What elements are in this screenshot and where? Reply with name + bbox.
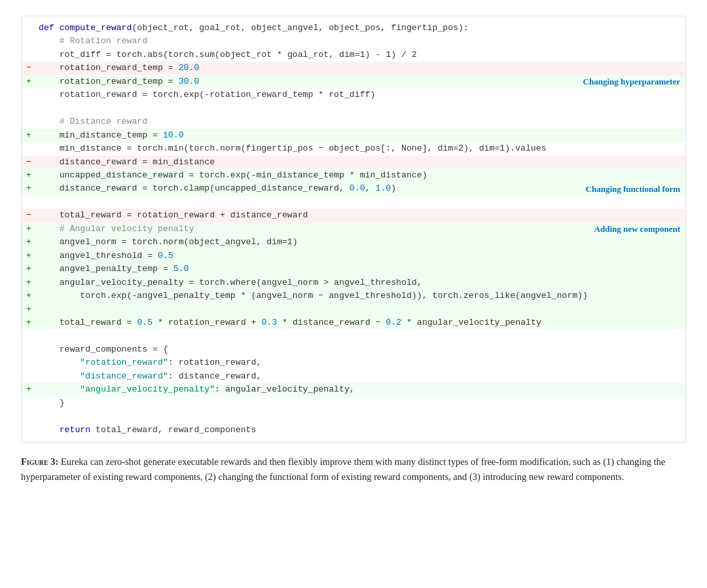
diff-marker: + xyxy=(22,75,36,88)
diff-marker: − xyxy=(22,209,36,222)
code-line: "rotation_reward": rotation_reward, xyxy=(22,356,685,369)
code-line: } xyxy=(22,397,685,410)
code-content: angvel_threshold = 0.5 xyxy=(36,249,685,263)
code-line: rotation_reward = torch.exp(-rotation_re… xyxy=(22,88,685,101)
diff-marker xyxy=(22,48,36,62)
code-line: + rotation_reward_temp = 30.0Changing hy… xyxy=(22,75,685,88)
diff-marker xyxy=(22,22,36,35)
code-content: # Distance reward xyxy=(36,115,685,128)
diff-marker: + xyxy=(22,182,36,195)
annotation-label: Adding new component xyxy=(594,223,680,236)
diff-marker: + xyxy=(22,129,36,142)
code-line: + total_reward = 0.5 * rotation_reward +… xyxy=(22,316,685,329)
code-content: uncapped_distance_reward = torch.exp(-mi… xyxy=(36,169,685,182)
code-content: # Rotation reward xyxy=(36,35,685,48)
annotation-label: Changing functional form xyxy=(586,183,680,196)
diff-marker: + xyxy=(22,276,36,289)
code-line: − total_reward = rotation_reward + dista… xyxy=(22,209,685,222)
caption-label: Figure 3: xyxy=(21,456,58,467)
code-line: − rotation_reward_temp = 20.0 xyxy=(22,62,685,75)
code-line: + angvel_threshold = 0.5 xyxy=(22,249,685,263)
code-content: rotation_reward = torch.exp(-rotation_re… xyxy=(36,88,685,101)
code-line: + angvel_norm = torch.norm(object_angvel… xyxy=(22,236,685,249)
code-line: def compute_reward(object_rot, goal_rot,… xyxy=(22,22,685,35)
diff-marker: + xyxy=(22,223,36,236)
code-content: "distance_reward": distance_reward, xyxy=(36,370,685,383)
code-content: angvel_norm = torch.norm(object_angvel, … xyxy=(36,236,685,249)
code-content: rot_diff = torch.abs(torch.sum(object_ro… xyxy=(36,48,685,62)
code-line: + angvel_penalty_temp = 5.0 xyxy=(22,263,685,276)
code-content: "angular_velocity_penalty": angular_velo… xyxy=(36,383,685,396)
code-content: def compute_reward(object_rot, goal_rot,… xyxy=(36,22,685,35)
code-line: + uncapped_distance_reward = torch.exp(-… xyxy=(22,169,685,182)
diff-marker: − xyxy=(22,62,36,75)
diff-marker: + xyxy=(22,249,36,263)
diff-marker xyxy=(22,424,36,437)
code-line: reward_components = { xyxy=(22,343,685,356)
code-content xyxy=(36,303,685,316)
diff-marker xyxy=(22,115,36,128)
code-content: distance_reward = min_distance xyxy=(36,156,685,169)
diff-marker xyxy=(22,356,36,369)
diff-marker xyxy=(22,397,36,410)
code-block: def compute_reward(object_rot, goal_rot,… xyxy=(21,16,686,443)
figure-caption: Figure 3: Eureka can zero-shot generate … xyxy=(21,454,686,485)
code-line: + xyxy=(22,303,685,316)
code-line-empty xyxy=(22,410,685,423)
code-content: rotation_reward_temp = 20.0 xyxy=(36,62,685,75)
diff-marker xyxy=(22,88,36,101)
diff-marker xyxy=(22,370,36,383)
code-content: total_reward = rotation_reward + distanc… xyxy=(36,209,685,222)
diff-marker: + xyxy=(22,383,36,396)
code-content: # Angular velocity penalty xyxy=(36,223,685,236)
diff-marker: + xyxy=(22,289,36,303)
diff-marker: + xyxy=(22,263,36,276)
code-line: rot_diff = torch.abs(torch.sum(object_ro… xyxy=(22,48,685,62)
code-content: total_reward = 0.5 * rotation_reward + 0… xyxy=(36,316,685,329)
code-line: + min_distance_temp = 10.0 xyxy=(22,129,685,142)
code-line: + "angular_velocity_penalty": angular_ve… xyxy=(22,383,685,396)
code-content: return total_reward, reward_components xyxy=(36,424,685,437)
code-line-empty xyxy=(22,102,685,115)
code-line: + # Angular velocity penaltyAdding new c… xyxy=(22,223,685,236)
diff-marker xyxy=(22,343,36,356)
code-line: + angular_velocity_penalty = torch.where… xyxy=(22,276,685,289)
code-content: "rotation_reward": rotation_reward, xyxy=(36,356,685,369)
caption-text: Eureka can zero-shot generate executable… xyxy=(21,456,665,482)
code-line-empty xyxy=(22,329,685,342)
diff-marker xyxy=(22,35,36,48)
code-content: angular_velocity_penalty = torch.where(a… xyxy=(36,276,685,289)
diff-marker: − xyxy=(22,156,36,169)
code-content: min_distance = torch.min(torch.norm(fing… xyxy=(36,142,685,155)
code-content: } xyxy=(36,397,685,410)
code-line: # Distance reward xyxy=(22,115,685,128)
code-line: + torch.exp(-angvel_penalty_temp * (angv… xyxy=(22,289,685,303)
code-content: min_distance_temp = 10.0 xyxy=(36,129,685,142)
code-content: angvel_penalty_temp = 5.0 xyxy=(36,263,685,276)
diff-marker: + xyxy=(22,236,36,249)
diff-marker xyxy=(22,142,36,155)
code-line: "distance_reward": distance_reward, xyxy=(22,370,685,383)
diff-marker: + xyxy=(22,316,36,329)
code-line-empty xyxy=(22,196,685,209)
diff-marker: + xyxy=(22,303,36,316)
code-line: # Rotation reward xyxy=(22,35,685,48)
code-content: reward_components = { xyxy=(36,343,685,356)
code-line: + distance_reward = torch.clamp(uncapped… xyxy=(22,182,685,195)
code-content: torch.exp(-angvel_penalty_temp * (angvel… xyxy=(36,289,685,303)
diff-marker: + xyxy=(22,169,36,182)
code-line: return total_reward, reward_components xyxy=(22,424,685,437)
code-line: min_distance = torch.min(torch.norm(fing… xyxy=(22,142,685,155)
annotation-label: Changing hyperparameter xyxy=(583,75,680,88)
code-line: − distance_reward = min_distance xyxy=(22,156,685,169)
